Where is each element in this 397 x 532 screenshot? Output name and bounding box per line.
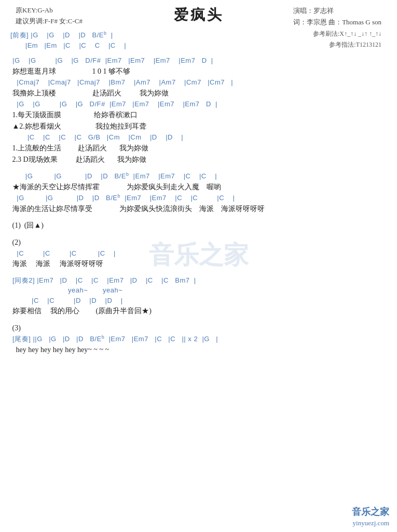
- chord-line: |C |C |C |C G/B |Cm |Cm |D |D |: [10, 132, 387, 143]
- chord-line: |G |G |D |D B/Eb |Em7 |Em7 |C |C |: [10, 171, 387, 181]
- lyric-line: hey hey hey hey hey hey~ ~ ~ ~: [10, 344, 387, 356]
- blank-line: [10, 166, 387, 171]
- suggested-key: 建议男调:F-F# 女:C-C#: [16, 16, 83, 27]
- song-header: 原KEY:G-Ab 建议男调:F-F# 女:C-C# 爱疯头 演唱：罗志祥 词：…: [10, 5, 387, 25]
- blank-line: [10, 50, 387, 55]
- performer: 演唱：罗志祥: [293, 5, 381, 17]
- lyric-line: ★海派的天空让妳尽情挥霍 为妳爱疯头到走火入魔 喔喲: [10, 181, 387, 193]
- lyric-line: (1) (回▲): [10, 220, 387, 231]
- lyric-line: 2.3 D现场效果 赴汤蹈火 我为妳做: [10, 154, 387, 165]
- lyric-line: 海派的生活让妳尽情享受 为妳爱疯头快流浪街头 海派 海派呀呀呀呀: [10, 203, 387, 215]
- lyric-line: 海派 海派 海派呀呀呀呀: [10, 258, 387, 270]
- footer-logo: 音乐之家 yinyuezj.com: [352, 506, 389, 528]
- blank-line: [10, 270, 387, 275]
- chord-line: |C |C |D |D |D |: [10, 296, 387, 306]
- blank-line: [10, 232, 387, 237]
- original-key: 原KEY:G-Ab: [16, 5, 83, 16]
- lyric-line: 1.每天顶级面膜 给妳香槟漱口: [10, 109, 387, 121]
- chord-line: [尾奏] ||G |G |D |D B/Eb |Em7 |Em7 |C |C |…: [10, 334, 387, 344]
- chord-line: |G |G |D |D B/Eb |Em7 |Em7 |C |C |C |: [10, 193, 387, 203]
- ref-fingering: 参考指法:T1213121: [293, 40, 381, 50]
- lyric-line: 妳要相信 我的用心 (原曲升半音回★): [10, 305, 387, 317]
- footer-logo-text: 音乐之家: [352, 506, 389, 519]
- lyric-line: 我撸妳上顶楼 赴汤蹈火 我为妳做: [10, 88, 387, 99]
- performer-info: 演唱：罗志祥 词：李宗恩 曲：Thomas G son 参考刷法:X↑_↑↓ _…: [293, 5, 381, 50]
- key-info: 原KEY:G-Ab 建议男调:F-F# 女:C-C#: [16, 5, 83, 27]
- lyric-line: 妳想逛逛月球 1 0 1 够不够: [10, 66, 387, 77]
- blank-line: [10, 215, 387, 220]
- credits: 词：李宗恩 曲：Thomas G son: [293, 17, 381, 28]
- song-content: [前奏] |G |G |D |D B/Eb | |Em |Em |C |C C …: [10, 30, 387, 356]
- ref-strumming: 参考刷法:X↑_↑↓ _↓↑ ↑_↑↓: [293, 29, 381, 39]
- chord-line: [间奏2] |Em7 |D |C |C |Em7 |D |C |C Bm7 |: [10, 275, 387, 286]
- chord-line: |G |G |G |G D/F# |Em7 |Em7 |Em7 |Em7 D |: [10, 99, 387, 109]
- chord-line: yeah~ yeah~: [10, 285, 387, 296]
- chord-line: |Cmaj7 |Cmaj7 |Cmaj7 |Bm7 |Am7 |Am7 |Cm7…: [10, 77, 387, 88]
- lyric-line: ▲2.妳想看烟火 我拉炮拉到耳聋: [10, 121, 387, 132]
- footer-url: yinyuezj.com: [352, 519, 389, 528]
- chord-line: |G |G |G |G D/F# |Em7 |Em7 |Em7 |Em7 D |: [10, 55, 387, 66]
- chord-line: |C |C |C |C |: [10, 248, 387, 259]
- lyric-line: (2): [10, 237, 387, 248]
- lyric-line: (3): [10, 323, 387, 334]
- lyric-line: 1.上流般的生活 赴汤蹈火 我为妳做: [10, 143, 387, 154]
- blank-line: [10, 317, 387, 323]
